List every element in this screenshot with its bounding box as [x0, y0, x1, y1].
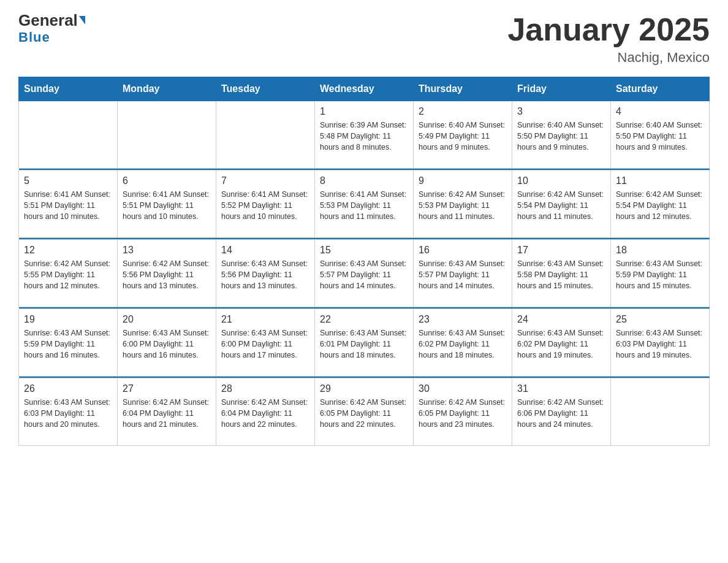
day-number: 24	[517, 314, 605, 325]
day-info: Sunrise: 6:43 AM Sunset: 6:03 PM Dayligh…	[24, 397, 112, 430]
calendar-cell: 24Sunrise: 6:43 AM Sunset: 6:02 PM Dayli…	[512, 309, 611, 377]
calendar-cell	[216, 101, 315, 169]
day-number: 3	[517, 106, 605, 117]
day-info: Sunrise: 6:42 AM Sunset: 6:04 PM Dayligh…	[221, 397, 309, 430]
calendar-cell	[118, 101, 216, 169]
page-header: General Blue January 2025 Nachig, Mexico	[18, 12, 710, 66]
day-info: Sunrise: 6:40 AM Sunset: 5:50 PM Dayligh…	[517, 120, 605, 153]
day-info: Sunrise: 6:43 AM Sunset: 5:59 PM Dayligh…	[616, 258, 704, 291]
day-number: 2	[419, 106, 507, 117]
calendar-cell: 22Sunrise: 6:43 AM Sunset: 6:01 PM Dayli…	[315, 309, 414, 377]
day-info: Sunrise: 6:43 AM Sunset: 6:03 PM Dayligh…	[616, 327, 704, 361]
calendar-week-row: 1Sunrise: 6:39 AM Sunset: 5:48 PM Daylig…	[19, 101, 710, 169]
day-number: 15	[320, 245, 408, 256]
calendar-cell: 1Sunrise: 6:39 AM Sunset: 5:48 PM Daylig…	[315, 101, 414, 169]
day-number: 11	[616, 175, 704, 186]
day-info: Sunrise: 6:42 AM Sunset: 5:56 PM Dayligh…	[123, 258, 211, 291]
day-number: 30	[419, 383, 507, 394]
logo-general: General	[18, 11, 78, 29]
day-info: Sunrise: 6:43 AM Sunset: 6:01 PM Dayligh…	[320, 327, 408, 361]
logo: General Blue	[18, 12, 85, 45]
logo-blue: Blue	[18, 29, 50, 45]
day-number: 7	[221, 175, 309, 186]
calendar-cell: 29Sunrise: 6:42 AM Sunset: 6:05 PM Dayli…	[315, 378, 414, 446]
day-info: Sunrise: 6:40 AM Sunset: 5:50 PM Dayligh…	[616, 120, 704, 153]
calendar-cell	[19, 101, 118, 169]
day-number: 25	[616, 314, 704, 325]
calendar-week-row: 5Sunrise: 6:41 AM Sunset: 5:51 PM Daylig…	[19, 170, 710, 238]
day-number: 14	[221, 245, 309, 256]
calendar-cell: 21Sunrise: 6:43 AM Sunset: 6:00 PM Dayli…	[216, 309, 315, 377]
calendar-cell	[611, 378, 710, 446]
calendar-cell: 4Sunrise: 6:40 AM Sunset: 5:50 PM Daylig…	[611, 101, 710, 169]
day-info: Sunrise: 6:43 AM Sunset: 6:02 PM Dayligh…	[517, 327, 605, 361]
calendar-cell: 5Sunrise: 6:41 AM Sunset: 5:51 PM Daylig…	[19, 170, 118, 238]
day-number: 26	[24, 383, 112, 394]
day-number: 1	[320, 106, 408, 117]
day-info: Sunrise: 6:43 AM Sunset: 6:02 PM Dayligh…	[419, 327, 507, 361]
calendar-cell: 25Sunrise: 6:43 AM Sunset: 6:03 PM Dayli…	[611, 309, 710, 377]
day-info: Sunrise: 6:43 AM Sunset: 5:58 PM Dayligh…	[517, 258, 605, 291]
day-number: 27	[123, 383, 211, 394]
calendar-cell: 27Sunrise: 6:42 AM Sunset: 6:04 PM Dayli…	[118, 378, 216, 446]
day-number: 22	[320, 314, 408, 325]
day-number: 21	[221, 314, 309, 325]
calendar-cell: 18Sunrise: 6:43 AM Sunset: 5:59 PM Dayli…	[611, 240, 710, 307]
day-number: 16	[419, 245, 507, 256]
calendar-cell: 31Sunrise: 6:42 AM Sunset: 6:06 PM Dayli…	[512, 378, 611, 446]
calendar-week-row: 26Sunrise: 6:43 AM Sunset: 6:03 PM Dayli…	[19, 378, 710, 446]
calendar-cell: 17Sunrise: 6:43 AM Sunset: 5:58 PM Dayli…	[512, 240, 611, 307]
calendar-cell: 3Sunrise: 6:40 AM Sunset: 5:50 PM Daylig…	[512, 101, 611, 169]
calendar-cell: 2Sunrise: 6:40 AM Sunset: 5:49 PM Daylig…	[414, 101, 512, 169]
title-area: January 2025 Nachig, Mexico	[507, 12, 710, 66]
day-number: 6	[123, 175, 211, 186]
calendar-table: SundayMondayTuesdayWednesdayThursdayFrid…	[18, 77, 710, 446]
day-number: 31	[517, 383, 605, 394]
calendar-cell: 20Sunrise: 6:43 AM Sunset: 6:00 PM Dayli…	[118, 309, 216, 377]
calendar-cell: 16Sunrise: 6:43 AM Sunset: 5:57 PM Dayli…	[414, 240, 512, 307]
day-number: 19	[24, 314, 112, 325]
day-info: Sunrise: 6:41 AM Sunset: 5:51 PM Dayligh…	[123, 189, 211, 222]
logo-arrow-icon	[79, 16, 85, 25]
day-info: Sunrise: 6:42 AM Sunset: 5:54 PM Dayligh…	[517, 189, 605, 222]
day-number: 9	[419, 175, 507, 186]
calendar-cell: 12Sunrise: 6:42 AM Sunset: 5:55 PM Dayli…	[19, 240, 118, 307]
calendar-cell: 6Sunrise: 6:41 AM Sunset: 5:51 PM Daylig…	[118, 170, 216, 238]
calendar-day-header: Sunday	[19, 77, 118, 101]
day-info: Sunrise: 6:42 AM Sunset: 6:05 PM Dayligh…	[320, 397, 408, 430]
calendar-title: January 2025	[507, 12, 710, 47]
calendar-cell: 10Sunrise: 6:42 AM Sunset: 5:54 PM Dayli…	[512, 170, 611, 238]
day-number: 4	[616, 106, 704, 117]
day-info: Sunrise: 6:42 AM Sunset: 6:04 PM Dayligh…	[123, 397, 211, 430]
day-number: 17	[517, 245, 605, 256]
day-info: Sunrise: 6:42 AM Sunset: 5:54 PM Dayligh…	[616, 189, 704, 222]
calendar-cell: 9Sunrise: 6:42 AM Sunset: 5:53 PM Daylig…	[414, 170, 512, 238]
calendar-day-header: Saturday	[611, 77, 710, 101]
day-info: Sunrise: 6:42 AM Sunset: 5:53 PM Dayligh…	[419, 189, 507, 222]
day-number: 13	[123, 245, 211, 256]
calendar-header-row: SundayMondayTuesdayWednesdayThursdayFrid…	[19, 77, 710, 101]
day-number: 8	[320, 175, 408, 186]
day-info: Sunrise: 6:43 AM Sunset: 5:57 PM Dayligh…	[320, 258, 408, 291]
calendar-week-row: 12Sunrise: 6:42 AM Sunset: 5:55 PM Dayli…	[19, 240, 710, 307]
calendar-cell: 14Sunrise: 6:43 AM Sunset: 5:56 PM Dayli…	[216, 240, 315, 307]
day-number: 12	[24, 245, 112, 256]
calendar-cell: 28Sunrise: 6:42 AM Sunset: 6:04 PM Dayli…	[216, 378, 315, 446]
calendar-week-row: 19Sunrise: 6:43 AM Sunset: 5:59 PM Dayli…	[19, 309, 710, 377]
calendar-cell: 8Sunrise: 6:41 AM Sunset: 5:53 PM Daylig…	[315, 170, 414, 238]
calendar-day-header: Wednesday	[315, 77, 414, 101]
logo-text: General	[18, 12, 85, 28]
day-info: Sunrise: 6:40 AM Sunset: 5:49 PM Dayligh…	[419, 120, 507, 153]
calendar-day-header: Monday	[118, 77, 216, 101]
calendar-cell: 19Sunrise: 6:43 AM Sunset: 5:59 PM Dayli…	[19, 309, 118, 377]
day-info: Sunrise: 6:42 AM Sunset: 6:05 PM Dayligh…	[419, 397, 507, 430]
day-number: 10	[517, 175, 605, 186]
calendar-cell: 23Sunrise: 6:43 AM Sunset: 6:02 PM Dayli…	[414, 309, 512, 377]
day-info: Sunrise: 6:43 AM Sunset: 6:00 PM Dayligh…	[123, 327, 211, 361]
day-info: Sunrise: 6:39 AM Sunset: 5:48 PM Dayligh…	[320, 120, 408, 153]
day-info: Sunrise: 6:42 AM Sunset: 5:55 PM Dayligh…	[24, 258, 112, 291]
day-info: Sunrise: 6:41 AM Sunset: 5:52 PM Dayligh…	[221, 189, 309, 222]
day-info: Sunrise: 6:43 AM Sunset: 5:59 PM Dayligh…	[24, 327, 112, 361]
day-number: 29	[320, 383, 408, 394]
calendar-cell: 26Sunrise: 6:43 AM Sunset: 6:03 PM Dayli…	[19, 378, 118, 446]
